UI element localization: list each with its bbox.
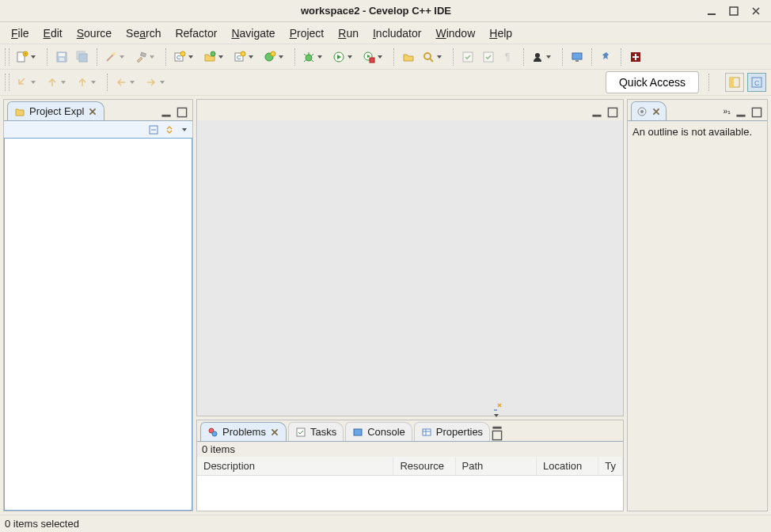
view-minimize-icon[interactable] bbox=[735, 107, 746, 118]
run-last-button[interactable] bbox=[361, 48, 388, 66]
bottom-tabstrip: Problems Tasks Console Properties bbox=[197, 420, 623, 441]
problems-table-body[interactable] bbox=[197, 476, 623, 511]
nav-up-button[interactable] bbox=[44, 74, 71, 91]
new-button[interactable] bbox=[14, 48, 41, 66]
outline-body: An outline is not available. bbox=[628, 120, 767, 511]
nav-back-button[interactable] bbox=[113, 74, 140, 91]
close-icon[interactable] bbox=[651, 107, 661, 116]
filter-icon[interactable] bbox=[492, 401, 503, 412]
view-menu-icon[interactable] bbox=[493, 412, 499, 419]
col-location[interactable]: Location bbox=[537, 457, 598, 475]
console-tab-label: Console bbox=[367, 426, 405, 438]
status-text: 0 items selected bbox=[5, 518, 79, 530]
problems-icon bbox=[207, 427, 218, 438]
outline-icon bbox=[636, 106, 648, 117]
medical-icon[interactable] bbox=[627, 48, 644, 66]
menu-help[interactable]: Help bbox=[483, 25, 518, 42]
close-icon[interactable] bbox=[270, 428, 279, 437]
view-minimize-icon[interactable] bbox=[161, 107, 172, 118]
show-whitespace-button[interactable] bbox=[500, 48, 518, 66]
menu-refactor[interactable]: Refactor bbox=[169, 25, 223, 42]
project-explorer-tab-label: Project Expl bbox=[29, 105, 84, 117]
screen-button[interactable] bbox=[568, 48, 586, 66]
console-tab[interactable]: Console bbox=[345, 422, 412, 441]
menu-bar: File Edit Source Search Refactor Navigat… bbox=[0, 22, 771, 44]
toggle-task-button[interactable] bbox=[459, 48, 477, 66]
nav-toolbar: Quick Access bbox=[0, 70, 771, 96]
toolbar-handle[interactable] bbox=[5, 48, 9, 66]
problems-tab[interactable]: Problems bbox=[200, 422, 287, 441]
window-close-button[interactable] bbox=[749, 4, 763, 18]
view-maximize-icon[interactable] bbox=[492, 430, 503, 441]
outline-tabstrip: »₁ bbox=[628, 100, 767, 120]
problems-table-header: Description Resource Path Location Ty bbox=[197, 457, 623, 476]
col-description[interactable]: Description bbox=[197, 457, 393, 475]
new-folder-button[interactable] bbox=[202, 48, 229, 66]
menu-run[interactable]: Run bbox=[332, 25, 365, 42]
project-explorer-tab[interactable]: Project Expl bbox=[7, 101, 104, 120]
col-path[interactable]: Path bbox=[456, 457, 537, 475]
nav-last-edit-button[interactable] bbox=[14, 74, 41, 91]
build-button[interactable] bbox=[133, 48, 160, 66]
folder-icon bbox=[14, 106, 25, 117]
toolbar-handle[interactable] bbox=[5, 74, 9, 91]
problems-tab-label: Problems bbox=[222, 426, 266, 438]
collapse-all-icon[interactable] bbox=[148, 124, 159, 135]
view-maximize-icon[interactable] bbox=[177, 107, 188, 118]
pin-button[interactable] bbox=[598, 48, 615, 66]
menu-includator[interactable]: Includator bbox=[367, 25, 427, 42]
editor-body[interactable] bbox=[197, 120, 623, 416]
menu-source[interactable]: Source bbox=[70, 25, 118, 42]
toggle-mark-button[interactable] bbox=[480, 48, 497, 66]
view-minimize-icon[interactable] bbox=[492, 419, 503, 430]
view-maximize-icon[interactable] bbox=[751, 107, 762, 118]
console-icon bbox=[352, 427, 363, 438]
save-all-button[interactable] bbox=[74, 48, 91, 66]
open-type-button[interactable] bbox=[400, 48, 417, 66]
menu-edit[interactable]: Edit bbox=[37, 25, 69, 42]
quick-access-button[interactable]: Quick Access bbox=[606, 71, 699, 93]
project-explorer-body[interactable] bbox=[4, 138, 192, 511]
properties-tab[interactable]: Properties bbox=[414, 422, 490, 441]
menu-window[interactable]: Window bbox=[429, 25, 481, 42]
search-button[interactable] bbox=[420, 48, 447, 66]
debug-button[interactable] bbox=[301, 48, 328, 66]
outline-tab[interactable] bbox=[631, 101, 667, 120]
close-icon[interactable] bbox=[88, 107, 97, 116]
nav-forward-button[interactable] bbox=[143, 74, 170, 91]
window-titlebar: workspace2 - Cevelop C++ IDE bbox=[0, 0, 771, 22]
cpp-perspective-button[interactable] bbox=[747, 73, 766, 92]
view-maximize-icon[interactable] bbox=[607, 107, 618, 118]
window-maximize-button[interactable] bbox=[727, 4, 741, 18]
properties-icon bbox=[421, 427, 432, 438]
window-minimize-button[interactable] bbox=[705, 4, 719, 18]
new-class-button[interactable] bbox=[262, 48, 289, 66]
col-type[interactable]: Ty bbox=[598, 457, 623, 475]
menu-search[interactable]: Search bbox=[120, 25, 167, 42]
profile-button[interactable] bbox=[530, 48, 556, 66]
project-explorer-toolbar bbox=[4, 120, 192, 138]
nav-up2-button[interactable] bbox=[74, 74, 101, 91]
menu-project[interactable]: Project bbox=[283, 25, 331, 42]
col-resource[interactable]: Resource bbox=[393, 457, 455, 475]
run-button[interactable] bbox=[331, 48, 358, 66]
new-c-project-button[interactable] bbox=[172, 48, 199, 66]
main-toolbar bbox=[0, 44, 771, 70]
view-minimize-icon[interactable] bbox=[591, 107, 602, 118]
open-perspective-button[interactable] bbox=[725, 73, 744, 92]
save-button[interactable] bbox=[53, 48, 70, 66]
new-source-button[interactable] bbox=[232, 48, 259, 66]
outline-message: An outline is not available. bbox=[628, 121, 767, 144]
overflow-indicator[interactable]: »₁ bbox=[723, 107, 731, 118]
problems-count: 0 items bbox=[197, 442, 623, 457]
menu-file[interactable]: File bbox=[5, 25, 36, 42]
status-bar: 0 items selected bbox=[0, 515, 771, 532]
project-explorer-tabstrip: Project Expl bbox=[4, 100, 192, 120]
view-menu-icon[interactable] bbox=[181, 127, 188, 133]
tasks-tab-label: Tasks bbox=[310, 426, 336, 438]
wand-button[interactable] bbox=[103, 48, 130, 66]
menu-navigate[interactable]: Navigate bbox=[225, 25, 281, 42]
tasks-tab[interactable]: Tasks bbox=[288, 422, 344, 441]
window-title: workspace2 - Cevelop C++ IDE bbox=[47, 5, 705, 17]
link-editor-icon[interactable] bbox=[164, 124, 175, 135]
